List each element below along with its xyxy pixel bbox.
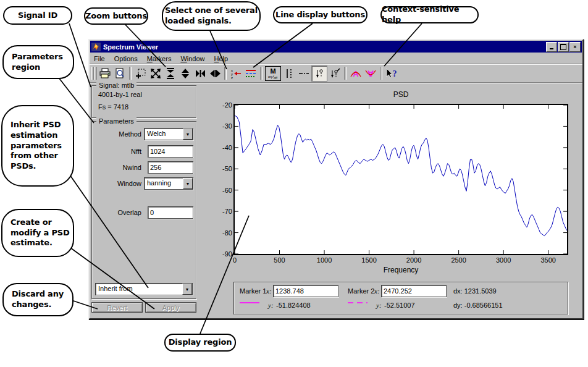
marker-style-1-button[interactable]: [311, 65, 327, 82]
callout-display-region: Display region: [164, 334, 236, 352]
menu-markers[interactable]: Markers: [147, 55, 172, 62]
psd-plot: 0500100015002000250030003500-20-30-40-50…: [235, 105, 567, 254]
print-preview-button[interactable]: [112, 66, 127, 81]
select-signal-button[interactable]: x y z: [229, 66, 243, 81]
marker1-swatch: [240, 301, 259, 305]
zoom-out-y-icon: [180, 68, 190, 79]
marker2-y-label: y:: [376, 302, 382, 309]
marker2-x-input[interactable]: [381, 285, 447, 297]
marker-style-1-icon: [314, 68, 325, 79]
display-region[interactable]: 0500100015002000250030003500-20-30-40-50…: [233, 104, 568, 255]
print-preview-icon: [114, 68, 126, 79]
marker-panel: Marker 1 x: y: -51.824408 Marker 2 x: y:…: [233, 282, 568, 314]
context-help-button[interactable]: ?: [384, 66, 399, 81]
print-icon: [99, 68, 111, 78]
toolbar-grip[interactable]: [91, 67, 94, 80]
marker-style-2-button[interactable]: [327, 66, 342, 81]
svg-text:1500: 1500: [361, 256, 376, 264]
callout-parameters-region: Parameters region: [2, 45, 74, 79]
svg-text:z: z: [231, 76, 233, 79]
callout-zoom-buttons: Zoom buttons: [84, 7, 148, 25]
apply-button[interactable]: Apply: [145, 302, 196, 313]
signal-info-title: Signal: mtlb: [96, 82, 136, 89]
window-title: Spectrum Viewer: [103, 43, 545, 51]
marker1-y-value: -51.824408: [276, 302, 311, 309]
signal-dims: 4001-by-1 real: [98, 91, 142, 98]
zoom-rect-button[interactable]: [133, 66, 148, 81]
marker1-x-input[interactable]: [273, 285, 338, 297]
markers-onoff-toggle[interactable]: M on off: [265, 66, 281, 81]
nwind-input[interactable]: [148, 161, 193, 174]
full-view-button[interactable]: [148, 66, 163, 81]
peak-marker-button[interactable]: A: [348, 66, 363, 81]
parameters-group: Parameters Method Welch ▼ Nfft Nwind Win…: [91, 121, 196, 299]
window-select[interactable]: hanning ▼: [144, 177, 193, 190]
chevron-down-icon[interactable]: ▼: [183, 178, 193, 189]
page: { "callouts": { "signal_id": "Signal ID"…: [0, 0, 588, 367]
print-button[interactable]: [98, 66, 112, 81]
client-area: Signal: mtlb 4001-by-1 real Fs = 7418 Pa…: [90, 83, 582, 316]
method-select[interactable]: Welch ▼: [144, 128, 193, 140]
zoom-in-x-button[interactable]: [193, 66, 208, 81]
callout-select-signals: Select one of several loaded signals.: [162, 1, 261, 31]
svg-text:-60: -60: [222, 187, 232, 194]
zoom-out-x-icon: [209, 69, 221, 78]
overlap-label: Overlap: [93, 209, 141, 216]
markers-onoff-icon: M on off: [267, 67, 279, 80]
menu-options[interactable]: Options: [114, 55, 138, 62]
window-value: hanning: [147, 179, 171, 187]
marker1-x-label: x:: [266, 287, 272, 295]
svg-text:-40: -40: [222, 144, 232, 151]
zoom-out-y-button[interactable]: [178, 66, 193, 81]
minimize-button[interactable]: [546, 42, 557, 52]
callout-signal-id: Signal ID: [3, 6, 72, 25]
svg-text:2000: 2000: [406, 256, 421, 264]
maximize-button[interactable]: [558, 42, 569, 52]
menu-file[interactable]: File: [94, 55, 105, 62]
nfft-input[interactable]: [148, 145, 193, 158]
select-signal-icon: x y z: [230, 68, 242, 79]
zoom-in-y-button[interactable]: [163, 66, 178, 81]
menu-bar: File Options Markers Window Help: [90, 53, 582, 64]
marker2-label: Marker 2: [348, 287, 374, 295]
vertical-markers-button[interactable]: [282, 66, 296, 81]
line-display-button[interactable]: [243, 66, 258, 81]
svg-text:-20: -20: [222, 101, 232, 109]
svg-text:500: 500: [274, 256, 285, 264]
callout-context-help: Context-sensitive help: [380, 6, 479, 23]
menu-help[interactable]: Help: [214, 55, 229, 62]
close-button[interactable]: ×: [569, 42, 581, 52]
toolbar-separator: [224, 67, 227, 80]
plot-title: PSD: [233, 90, 568, 99]
horizontal-markers-button[interactable]: [296, 66, 311, 81]
svg-text:off: off: [274, 76, 277, 80]
method-value: Welch: [147, 130, 166, 137]
revert-button[interactable]: Revert: [91, 302, 143, 313]
callout-inherit-psd: Inherit PSD estimation parameters from o…: [1, 105, 74, 187]
line-display-icon: [245, 69, 257, 78]
svg-text:2500: 2500: [451, 256, 466, 264]
title-bar[interactable]: Spectrum Viewer ×: [90, 41, 582, 53]
zoom-in-y-icon: [166, 68, 175, 79]
zoom-out-x-button[interactable]: [208, 66, 222, 81]
signal-info-group: Signal: mtlb 4001-by-1 real Fs = 7418: [91, 85, 196, 118]
svg-text:M: M: [270, 67, 275, 75]
vertical-markers-icon: [284, 68, 294, 79]
callout-line-display: Line display buttons: [273, 6, 368, 23]
svg-text:3000: 3000: [496, 256, 511, 264]
toolbar-grip[interactable]: [94, 67, 97, 80]
menu-window[interactable]: Window: [180, 55, 204, 62]
window-label: Window: [93, 180, 141, 187]
valley-marker-button[interactable]: ∀: [363, 66, 378, 81]
inherit-from-value: Inherit from: [98, 285, 133, 292]
chevron-down-icon[interactable]: ▼: [183, 129, 193, 140]
dy-value: dy: -0.68566151: [453, 302, 503, 309]
svg-text:A: A: [353, 69, 359, 78]
svg-text:-80: -80: [222, 229, 232, 237]
overlap-input[interactable]: [148, 206, 193, 219]
marker2-x-label: x:: [374, 287, 380, 295]
inherit-from-select[interactable]: Inherit from ▼: [95, 283, 193, 295]
toolbar-separator: [129, 67, 132, 80]
marker2-swatch: [348, 301, 368, 305]
chevron-down-icon[interactable]: ▼: [182, 284, 192, 295]
